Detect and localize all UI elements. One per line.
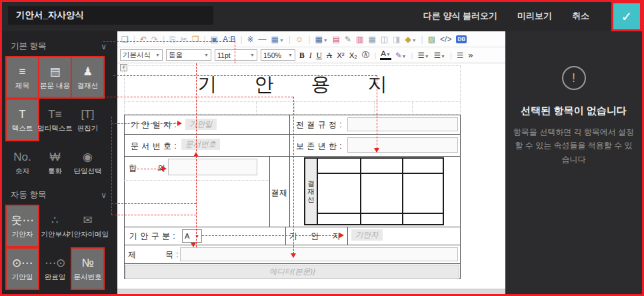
chevron-down-icon: ▼ — [386, 52, 391, 57]
undo-icon[interactable]: ↶ — [140, 35, 147, 43]
topbar-actions: 다른 양식 불러오기 미리보기 취소 — [423, 0, 589, 31]
form-title-input[interactable]: 기안서_자사양식 — [8, 6, 213, 25]
no-selection-title: 선택된 항목이 없습니다 — [521, 105, 626, 117]
subject-label-right: 목 : — [165, 249, 179, 261]
body-editor-placeholder[interactable]: 에디터(본문)} — [125, 265, 459, 279]
guide-line — [124, 101, 461, 102]
item-label: 숫자 — [15, 167, 29, 175]
cell-shading-icon[interactable]: ◆▼ — [405, 35, 416, 43]
cancel-button[interactable]: 취소 — [572, 10, 589, 22]
sidebar-item-draft-department[interactable]: ∴기안부서 — [39, 206, 71, 246]
rule-input[interactable] — [347, 117, 458, 131]
item-label: 멀티텍스트 — [37, 124, 73, 133]
section-title: 기본 항목 — [11, 41, 46, 52]
insert-table-icon[interactable]: ▦▼ — [315, 35, 327, 43]
toolbar-separator: | — [308, 35, 310, 43]
sidebar-item-drafter[interactable]: 웃⋯기안자 — [7, 206, 38, 246]
document-canvas[interactable]: 기 안 용 지 기 안 일 자 : 기안일 전 결 규 정 : 문 — [117, 63, 505, 294]
font-family-select[interactable]: 돋움▼ — [166, 49, 211, 61]
sidebar-item-approval-line[interactable]: ♟결재선 — [72, 57, 103, 97]
sidebar-item-single-select[interactable]: ◉단일선택 — [72, 143, 103, 183]
sidebar-item-multi-text[interactable]: T≡멀티텍스트 — [39, 100, 71, 140]
copy-icon[interactable]: ⎘ — [169, 35, 176, 43]
sidebar-item-document-number[interactable]: №문서번호 — [72, 249, 103, 289]
find-replace-icon[interactable]: A:B — [223, 35, 235, 43]
unordered-list-button[interactable]: ☰▼ — [433, 51, 446, 60]
sidebar-item-editor[interactable]: [T]편집기 — [72, 100, 103, 140]
sidebar-item-number[interactable]: No.숫자 — [7, 143, 38, 183]
currency-icon: ₩ — [49, 151, 60, 164]
font-size-select[interactable]: 11pt▼ — [215, 49, 257, 61]
align-button[interactable]: ☰ — [456, 51, 464, 60]
confirm-button[interactable]: ✓ — [613, 3, 640, 29]
table-pen-icon[interactable]: ✎ — [345, 35, 351, 43]
editor-pane: ❏|↶↷|⎘✂❐|▣A:B|※—▦▼|☺|▦▼▤✎▥▦◫◨◆▼|▨</>DB 기… — [117, 31, 505, 294]
sidebar-item-title[interactable]: ≡제목 — [7, 57, 38, 97]
paste-icon[interactable]: ❐ — [192, 35, 199, 43]
sidebar-item-drafter-email[interactable]: ✉기안자이메일 — [72, 206, 103, 246]
document-page-title[interactable]: 기 안 용 지 — [124, 71, 461, 98]
split-cells-icon[interactable]: ◨ — [393, 35, 400, 43]
char-style-button[interactable]: Ⓐ — [361, 50, 371, 60]
doc-number-field[interactable]: 문서번호 — [181, 139, 220, 150]
preview-button[interactable]: 미리보기 — [517, 10, 552, 22]
editor-toolbar-row2: 기본서식▼돋움▼11pt▼150%▼BIUAX²X₂Ⓐ|A▼✎▼|☰▼☰▼|☰» — [117, 47, 505, 63]
line-height-select[interactable]: 150%▼ — [261, 49, 295, 61]
merge-cells-icon[interactable]: ◫ — [381, 35, 388, 43]
more-button[interactable]: » — [467, 50, 473, 60]
item-label: 단일선택 — [74, 167, 102, 175]
item-grid: ≡제목▤본문 내용♟결재선T텍스트T≡멀티텍스트[T]편집기No.숫자₩통화◉단… — [7, 57, 111, 183]
font-color-button[interactable]: A▼ — [380, 50, 391, 60]
sidebar-item-draft-date[interactable]: ⊙⋯기안일 — [7, 249, 38, 289]
cut-icon[interactable]: ✂ — [181, 35, 187, 43]
draft-date-icon: ⊙⋯ — [12, 257, 33, 270]
toolbar-separator: | — [421, 35, 423, 43]
draft-type-select[interactable]: A ▼ — [182, 229, 202, 243]
emoticon-icon[interactable]: ☺ — [295, 35, 303, 43]
calendar-icon[interactable]: ▦▼ — [271, 35, 284, 43]
redo-icon[interactable]: ↷ — [151, 35, 158, 43]
select-value: 돋움 — [169, 51, 183, 60]
load-other-form-button[interactable]: 다른 양식 불러오기 — [423, 10, 497, 22]
bold-button[interactable]: B — [299, 51, 305, 59]
paragraph-style-select[interactable]: 기본서식▼ — [120, 49, 163, 61]
horizontal-rule-icon[interactable]: — — [259, 35, 267, 43]
db-icon[interactable]: DB — [456, 35, 467, 43]
section-header[interactable]: 기본 항목∨ — [7, 39, 111, 57]
subject-label-left: 제 — [128, 249, 137, 261]
approval-line-table[interactable]: 결재선 — [304, 157, 444, 225]
section-header[interactable]: 자동 항목∨ — [7, 188, 111, 206]
strikethrough-button[interactable]: A — [326, 51, 333, 59]
item-grid: 웃⋯기안자∴기안부서✉기안자이메일⊙⋯기안일⋯⊙완료일№문서번호 — [7, 206, 111, 289]
superscript-button[interactable]: X² — [336, 51, 345, 59]
item-label: 완료일 — [45, 273, 66, 281]
ordered-list-button[interactable]: ☰▼ — [417, 51, 429, 60]
table-style-icon[interactable]: ▦ — [368, 35, 375, 43]
view-code-icon[interactable]: </> — [440, 35, 451, 43]
special-character-icon[interactable]: ※ — [247, 35, 254, 43]
draft-date-field[interactable]: 기안일 — [185, 119, 217, 130]
subject-input[interactable] — [180, 247, 458, 261]
italic-button[interactable]: I — [309, 51, 313, 59]
rule-label: 전 결 규 정 : — [296, 119, 342, 131]
underline-button[interactable]: U — [316, 51, 323, 59]
subscript-button[interactable]: X₂ — [349, 51, 358, 59]
retention-input[interactable] — [347, 137, 458, 153]
agreement-input[interactable] — [168, 159, 257, 175]
chevron-down-icon: ▼ — [402, 54, 407, 59]
sidebar-item-currency[interactable]: ₩통화 — [39, 143, 71, 183]
new-document-icon[interactable]: ❏ — [121, 35, 129, 43]
sidebar-item-complete-date[interactable]: ⋯⊙완료일 — [39, 249, 71, 289]
sidebar-item-text[interactable]: T텍스트 — [7, 100, 38, 140]
chevron-down-icon: ▼ — [195, 234, 199, 239]
drafter-field[interactable]: 기안자 — [351, 229, 383, 241]
insert-image-icon[interactable]: ▨ — [428, 35, 435, 43]
approval-col-border — [360, 159, 361, 224]
chevron-down-icon: ▼ — [279, 38, 284, 43]
insert-frame-icon[interactable]: ▣ — [211, 35, 218, 43]
sidebar-item-body-content[interactable]: ▤본문 내용 — [39, 57, 71, 97]
insert-column-icon[interactable]: ▥ — [356, 35, 363, 43]
number-icon: No. — [13, 151, 31, 164]
insert-row-icon[interactable]: ▤ — [333, 35, 340, 43]
highlight-color-button[interactable]: ✎▼ — [395, 51, 407, 60]
